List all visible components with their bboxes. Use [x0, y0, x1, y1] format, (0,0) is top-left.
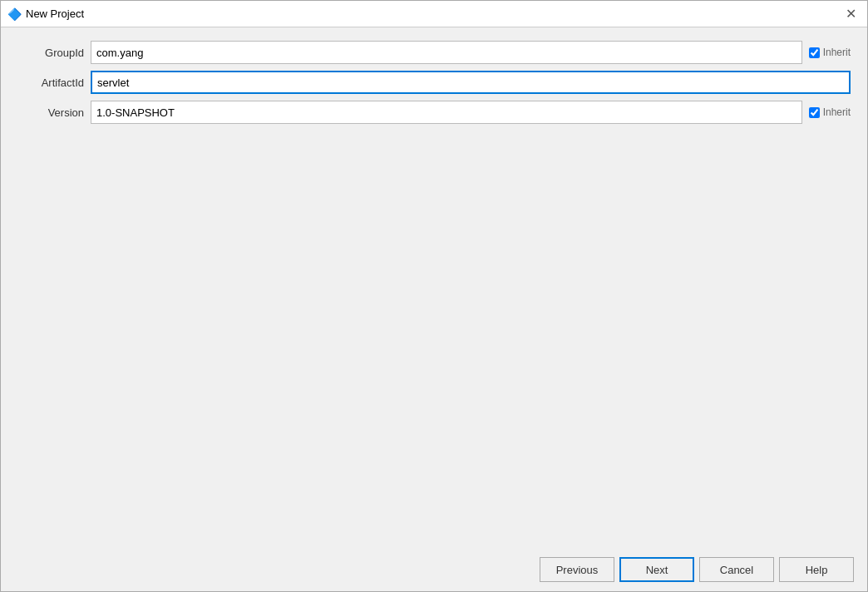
window-title: New Project: [26, 7, 841, 20]
groupid-row: GroupId Inherit: [17, 41, 851, 64]
artifactid-input[interactable]: [91, 71, 851, 94]
groupid-label: GroupId: [17, 47, 84, 59]
dialog-content: GroupId Inherit ArtifactId Version Inher…: [1, 27, 867, 548]
version-inherit-label: Inherit: [823, 106, 851, 118]
version-inherit-container: Inherit: [809, 106, 851, 118]
artifactid-label: ArtifactId: [17, 76, 84, 89]
app-icon: 🔷: [7, 7, 21, 21]
title-bar: 🔷 New Project ✕: [1, 1, 867, 27]
groupid-inherit-label: Inherit: [823, 47, 851, 58]
next-button[interactable]: Next: [619, 557, 694, 582]
version-row: Version Inherit: [17, 101, 851, 124]
help-button[interactable]: Help: [779, 557, 854, 582]
version-label: Version: [17, 106, 84, 119]
dialog-window: 🔷 New Project ✕ GroupId Inherit Artifact…: [0, 0, 868, 592]
artifactid-row: ArtifactId: [17, 71, 851, 94]
cancel-button[interactable]: Cancel: [699, 557, 774, 582]
groupid-inherit-checkbox[interactable]: [809, 47, 820, 58]
dialog-footer: Previous Next Cancel Help: [1, 548, 867, 591]
close-button[interactable]: ✕: [841, 4, 861, 24]
groupid-input[interactable]: [91, 41, 802, 64]
version-inherit-checkbox[interactable]: [809, 107, 820, 118]
previous-button[interactable]: Previous: [540, 557, 614, 582]
version-input[interactable]: [91, 101, 802, 124]
groupid-inherit-container: Inherit: [809, 47, 851, 58]
